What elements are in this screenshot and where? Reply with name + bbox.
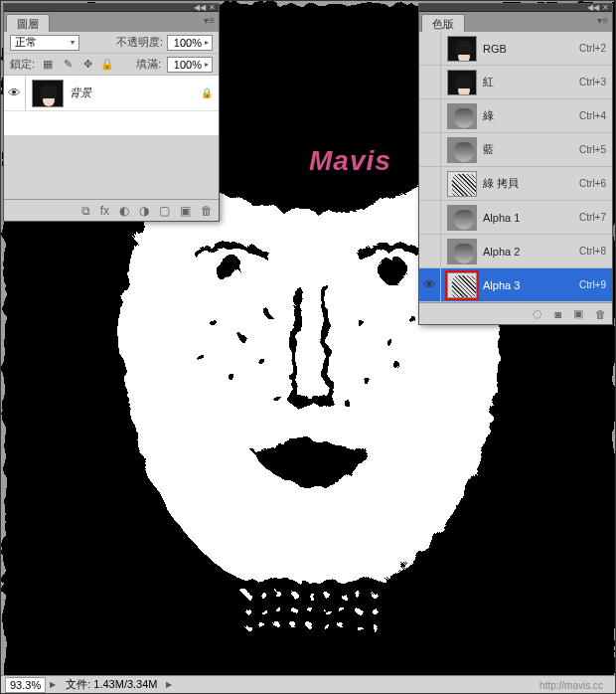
save-selection-icon[interactable]: ◙ bbox=[554, 308, 561, 320]
watermark-text: Mavis bbox=[309, 145, 391, 177]
channel-thumbnail[interactable] bbox=[447, 137, 477, 163]
blend-mode-select[interactable]: 正常▾ bbox=[10, 35, 79, 51]
channel-row[interactable]: 綠 拷貝Ctrl+6 bbox=[419, 167, 612, 201]
channel-name: 藍 bbox=[483, 142, 579, 157]
channel-name: Alpha 2 bbox=[483, 246, 579, 258]
channels-list: RGBCtrl+2紅Ctrl+3綠Ctrl+4藍Ctrl+5綠 拷貝Ctrl+6… bbox=[419, 32, 612, 302]
link-layers-icon[interactable]: ⧉ bbox=[81, 204, 90, 218]
svg-point-39 bbox=[263, 309, 269, 315]
lock-transparent-icon[interactable]: ▦ bbox=[41, 58, 55, 72]
file-info: 文件: 1.43M/3.34M bbox=[66, 677, 157, 692]
channels-panel[interactable]: ◀◀✕ 色版 ▾≡ RGBCtrl+2紅Ctrl+3綠Ctrl+4藍Ctrl+5… bbox=[418, 3, 613, 325]
tab-channels[interactable]: 色版 bbox=[421, 14, 465, 32]
channels-footer: ◌ ◙ ▣ 🗑 bbox=[419, 302, 612, 324]
zoom-arrow-icon[interactable]: ▶ bbox=[50, 680, 56, 689]
layer-row[interactable]: 👁 背景 🔒 bbox=[4, 76, 219, 111]
channel-thumbnail[interactable] bbox=[447, 171, 477, 197]
zoom-input[interactable]: 93.3% bbox=[5, 677, 46, 693]
visibility-eye-icon[interactable] bbox=[419, 99, 441, 132]
svg-point-45 bbox=[406, 313, 412, 319]
visibility-eye-icon[interactable] bbox=[419, 235, 441, 267]
channel-row[interactable]: Alpha 2Ctrl+8 bbox=[419, 235, 612, 268]
svg-point-24 bbox=[321, 605, 327, 610]
svg-point-12 bbox=[273, 589, 279, 595]
channel-shortcut: Ctrl+7 bbox=[579, 212, 606, 223]
channel-thumbnail[interactable] bbox=[447, 103, 477, 129]
visibility-eye-icon[interactable] bbox=[419, 201, 441, 234]
panel-collapse-bar[interactable]: ◀◀✕ bbox=[419, 4, 612, 12]
new-channel-icon[interactable]: ▣ bbox=[573, 307, 583, 320]
channel-shortcut: Ctrl+4 bbox=[579, 110, 606, 121]
fill-input[interactable]: 100%▸ bbox=[167, 57, 213, 73]
close-icon[interactable]: ✕ bbox=[209, 4, 216, 12]
svg-point-22 bbox=[289, 605, 295, 610]
close-icon[interactable]: ✕ bbox=[602, 4, 609, 12]
layer-name[interactable]: 背景 bbox=[70, 86, 201, 100]
file-info-arrow-icon[interactable]: ▶ bbox=[166, 680, 172, 689]
channel-row[interactable]: 綠Ctrl+4 bbox=[419, 99, 612, 133]
svg-point-46 bbox=[390, 359, 396, 365]
lock-move-icon[interactable]: ✥ bbox=[80, 58, 94, 72]
channel-thumbnail[interactable] bbox=[447, 205, 477, 231]
svg-point-26 bbox=[353, 605, 359, 610]
svg-point-31 bbox=[289, 620, 295, 626]
panel-collapse-bar[interactable]: ◀◀✕ bbox=[4, 4, 219, 12]
opacity-input[interactable]: 100%▸ bbox=[167, 35, 213, 51]
layer-thumbnail[interactable] bbox=[32, 80, 64, 107]
panel-menu-icon[interactable]: ▾≡ bbox=[597, 15, 608, 26]
visibility-eye-icon[interactable] bbox=[419, 66, 441, 98]
visibility-eye-icon[interactable] bbox=[419, 167, 441, 200]
channel-thumbnail[interactable] bbox=[447, 36, 477, 62]
channel-shortcut: Ctrl+2 bbox=[579, 43, 606, 54]
lock-paint-icon[interactable]: ✎ bbox=[61, 58, 75, 72]
trash-icon[interactable]: 🗑 bbox=[595, 308, 606, 320]
channel-thumbnail[interactable] bbox=[447, 272, 477, 298]
load-selection-icon[interactable]: ◌ bbox=[533, 307, 542, 320]
group-folder-icon[interactable]: ▢ bbox=[159, 204, 170, 218]
svg-point-34 bbox=[337, 620, 343, 626]
channel-name: Alpha 1 bbox=[483, 212, 579, 224]
layers-list: 👁 背景 🔒 bbox=[4, 76, 219, 135]
svg-point-6 bbox=[376, 253, 403, 280]
fill-label: 填滿: bbox=[136, 57, 161, 72]
channel-thumbnail[interactable] bbox=[447, 70, 477, 95]
svg-point-15 bbox=[321, 589, 327, 595]
channel-row[interactable]: RGBCtrl+2 bbox=[419, 32, 612, 66]
panel-menu-icon[interactable]: ▾≡ bbox=[204, 15, 215, 26]
fill-value: 100% bbox=[174, 59, 202, 71]
channel-row[interactable]: 紅Ctrl+3 bbox=[419, 66, 612, 99]
lock-icon: 🔒 bbox=[201, 87, 219, 98]
svg-point-41 bbox=[226, 371, 231, 377]
layer-style-icon[interactable]: fx bbox=[100, 204, 109, 218]
visibility-eye-icon[interactable]: 👁 bbox=[419, 268, 441, 301]
channel-row[interactable]: 👁Alpha 3Ctrl+9 bbox=[419, 268, 612, 302]
svg-point-32 bbox=[305, 620, 311, 626]
opacity-value: 100% bbox=[174, 37, 202, 49]
collapse-icon: ◀◀ bbox=[194, 4, 206, 12]
svg-point-23 bbox=[305, 605, 311, 610]
svg-point-4 bbox=[213, 253, 240, 280]
svg-point-35 bbox=[353, 620, 359, 626]
tab-layers[interactable]: 圖層 bbox=[6, 14, 50, 32]
layers-empty-area bbox=[4, 135, 219, 199]
new-layer-icon[interactable]: ▣ bbox=[180, 204, 191, 218]
svg-point-47 bbox=[361, 375, 367, 381]
adjustment-layer-icon[interactable]: ◑ bbox=[139, 204, 149, 218]
visibility-eye-icon[interactable]: 👁 bbox=[4, 76, 26, 110]
channel-thumbnail[interactable] bbox=[447, 239, 477, 264]
channel-row[interactable]: Alpha 1Ctrl+7 bbox=[419, 201, 612, 235]
svg-point-18 bbox=[369, 589, 375, 595]
blend-opacity-row: 正常▾ 不透明度: 100%▸ bbox=[4, 32, 219, 54]
trash-icon[interactable]: 🗑 bbox=[201, 204, 213, 218]
svg-point-36 bbox=[369, 620, 375, 626]
layer-mask-icon[interactable]: ◐ bbox=[119, 204, 129, 218]
svg-point-37 bbox=[206, 315, 212, 321]
visibility-eye-icon[interactable] bbox=[419, 133, 441, 166]
visibility-eye-icon[interactable] bbox=[419, 32, 441, 65]
status-bar: 93.3% ▶ 文件: 1.43M/3.34M ▶ bbox=[1, 675, 615, 693]
lock-fill-row: 鎖定: ▦ ✎ ✥ 🔒 填滿: 100%▸ bbox=[4, 54, 219, 76]
lock-all-icon[interactable]: 🔒 bbox=[100, 58, 114, 72]
channel-row[interactable]: 藍Ctrl+5 bbox=[419, 133, 612, 167]
svg-point-10 bbox=[241, 589, 247, 595]
layers-panel[interactable]: ◀◀✕ 圖層 ▾≡ 正常▾ 不透明度: 100%▸ 鎖定: ▦ ✎ ✥ 🔒 填滿… bbox=[3, 3, 220, 222]
